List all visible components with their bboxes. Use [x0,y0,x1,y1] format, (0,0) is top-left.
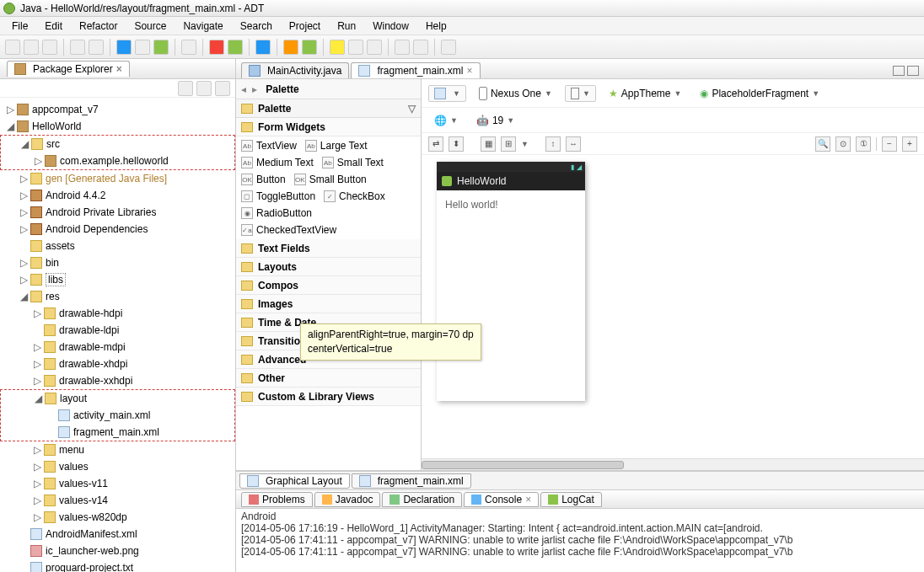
tree-node[interactable]: ▷drawable-hdpi [0,305,235,322]
expand-button[interactable]: ↕ [545,136,561,152]
tree-node[interactable]: ▷drawable-mdpi [0,339,235,355]
expand-icon[interactable]: ▷ [19,257,29,269]
console-output[interactable]: Android [2014-05-06 17:16:19 - HelloWord… [236,508,924,572]
tab-main-activity[interactable]: MainActivity.java [241,62,349,78]
theme-dropdown[interactable]: ★AppTheme▼ [603,85,688,102]
tree-node[interactable]: ▷menu [0,441,235,458]
palette-subheader[interactable]: Palette ▽ [236,99,421,118]
tree-node[interactable]: ▷bin [0,254,235,271]
view-console[interactable]: Console× [464,492,539,507]
project-tree[interactable]: ▷appcompat_v7◢HelloWorld◢src▷com.example… [0,98,235,572]
palette-group-form-widgets[interactable]: Form Widgets [236,118,421,136]
palette-item[interactable]: OKButton [241,174,286,185]
palette-group-text-fields[interactable]: Text Fields [236,239,421,258]
expand-icon[interactable]: ▷ [19,274,29,286]
tree-node[interactable]: ic_launcher-web.png [0,543,235,559]
tree-node[interactable]: ◢layout [1,390,234,407]
save-button[interactable] [24,40,39,55]
palette-item[interactable]: AbLarge Text [305,140,368,152]
tree-node[interactable]: assets [0,238,235,254]
orientation-dropdown[interactable]: ▼ [565,85,596,102]
show-outline-button[interactable]: ▦ [481,136,496,152]
menu-source[interactable]: Source [127,19,173,34]
menu-project[interactable]: Project [282,19,327,34]
tree-node[interactable]: ▷values-v14 [0,492,235,509]
forward-button[interactable] [413,40,428,55]
expand-icon[interactable]: ▷ [32,444,42,456]
screen-content[interactable]: Hello world! [437,190,585,401]
toggle-state-button[interactable]: ⇄ [428,136,443,152]
back-button[interactable] [395,40,410,55]
expand-icon[interactable]: ▷ [32,341,42,353]
tree-node[interactable]: AndroidManifest.xml [0,526,235,543]
close-icon[interactable]: × [116,63,122,75]
toggle-viewport-button[interactable]: ⬍ [449,136,464,152]
tree-node[interactable]: ▷libs [0,271,235,288]
run-last-button[interactable] [255,40,271,55]
expand-icon[interactable]: ▷ [19,173,29,184]
annotate-button[interactable] [348,40,363,55]
view-declaration[interactable]: Declaration [382,492,462,507]
scrollbar-thumb[interactable] [422,461,624,469]
palette-item[interactable]: ▢ToggleButton [241,190,315,202]
tree-node[interactable]: ▷Android Dependencies [0,221,235,238]
menu-refactor[interactable]: Refactor [73,19,124,34]
tab-xml-source[interactable]: fragment_main.xml [352,473,471,489]
zoom-fit-button[interactable]: ⊙ [835,136,851,152]
expand-icon[interactable]: ◢ [19,138,30,150]
tree-node[interactable]: ▷gen [Generated Java Files] [0,170,235,187]
menu-navigate[interactable]: Navigate [176,19,229,34]
palette-nav[interactable]: ◂ ▸ [241,83,259,95]
tree-node[interactable]: ▷com.example.helloworld [1,152,234,169]
search-button[interactable] [330,40,345,55]
tree-node[interactable]: ▷values-w820dp [0,509,235,526]
palette-group-custom-library-views[interactable]: Custom & Library Views [236,388,421,406]
view-problems[interactable]: Problems [241,492,313,507]
save-all-button[interactable] [42,40,57,55]
export-button[interactable] [89,40,104,55]
new-project-button[interactable] [181,40,196,55]
tree-node[interactable]: ◢src [1,136,234,152]
palette-item[interactable]: ◉RadioButton [241,207,312,219]
tree-node[interactable]: ▷values [0,458,235,475]
expand-icon[interactable]: ▷ [32,494,42,506]
palette-group-compos[interactable]: Compos [236,276,421,295]
tree-node[interactable]: ▷drawable-xhdpi [0,355,235,372]
close-icon[interactable]: × [525,494,531,505]
view-logcat[interactable]: LogCat [540,492,602,507]
palette-item[interactable]: ✓aCheckedTextView [241,224,336,236]
tree-node[interactable]: ▷drawable-xxhdpi [0,372,235,389]
tree-node[interactable]: ▷Android 4.4.2 [0,187,235,204]
collapse-all-button[interactable] [178,81,193,96]
device-dropdown[interactable]: Nexus One▼ [473,84,558,103]
menu-run[interactable]: Run [330,19,363,34]
tree-node[interactable]: ▷appcompat_v7 [0,101,235,118]
palette-item[interactable]: OKSmall Button [294,174,367,185]
import-button[interactable] [70,40,85,55]
canvas-h-scrollbar[interactable] [422,458,924,470]
package-explorer-tab[interactable]: Package Explorer × [0,59,235,79]
zoom-in-button[interactable]: + [902,136,917,152]
palette-group-images[interactable]: Images [236,295,421,313]
hello-text[interactable]: Hello world! [445,199,498,211]
tree-node[interactable]: ▷values-v11 [0,475,235,492]
link-editor-button[interactable] [196,81,212,96]
show-grid-button[interactable]: ⊞ [501,136,516,152]
menu-edit[interactable]: Edit [38,19,69,34]
perspective-button[interactable] [441,40,456,55]
tree-node[interactable]: ◢res [0,288,235,305]
run-button[interactable] [228,40,243,55]
new-class-button[interactable] [302,40,317,55]
new-button[interactable] [5,40,20,55]
close-icon[interactable]: × [467,65,473,77]
tree-node[interactable]: activity_main.xml [1,407,234,424]
palette-group-other[interactable]: Other [236,369,421,388]
api-dropdown[interactable]: 🤖19▼ [470,112,520,129]
tab-fragment-main[interactable]: fragment_main.xml × [351,62,480,78]
expand-icon[interactable]: ▷ [32,478,42,489]
expand-icon[interactable]: ◢ [5,120,15,132]
avd-manager-button[interactable] [135,40,150,55]
expand-icon[interactable]: ▷ [5,104,15,115]
tree-node[interactable]: drawable-ldpi [0,322,235,339]
zoom-actual-button[interactable]: ① [856,136,871,152]
